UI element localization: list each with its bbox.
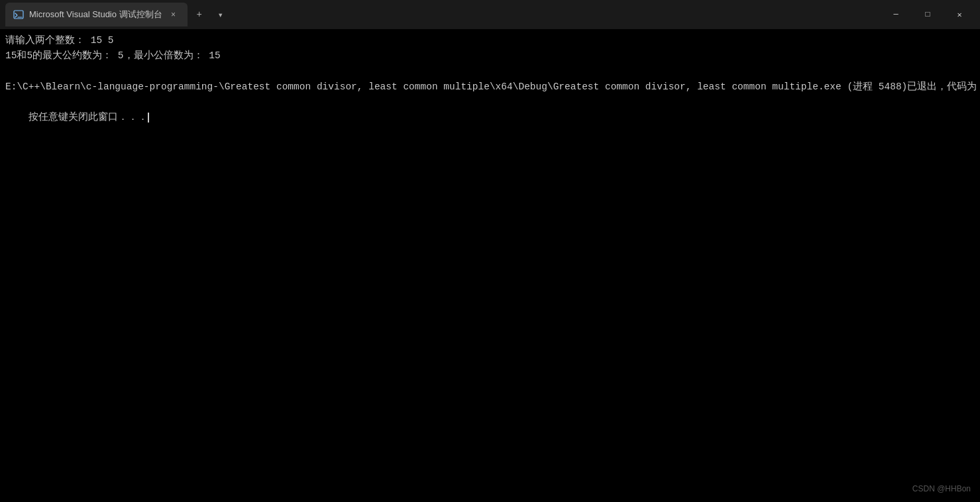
terminal-output: 请输入两个整数： 15 5 15和5的最大公约数为： 5，最小公倍数为： 15 … — [0, 29, 980, 502]
terminal-line-5: 按任意键关闭此窗口．．． — [5, 95, 975, 141]
tab-area: Microsoft Visual Studio 调试控制台 × + ▾ — [5, 0, 881, 29]
tab-label: Microsoft Visual Studio 调试控制台 — [29, 9, 162, 21]
terminal-line-4: E:\C++\Blearn\c-language-programming-\Gr… — [5, 79, 975, 95]
active-tab[interactable]: Microsoft Visual Studio 调试控制台 × — [5, 3, 188, 26]
terminal-line-3 — [5, 64, 975, 79]
terminal-cursor — [148, 113, 149, 123]
maximize-button[interactable]: □ — [912, 4, 943, 25]
watermark: CSDN @HHBon — [912, 483, 971, 495]
new-tab-button[interactable]: + — [190, 5, 209, 24]
terminal-close-prompt: 按任意键关闭此窗口．．． — [28, 112, 148, 123]
terminal-line-2: 15和5的最大公约数为： 5，最小公倍数为： 15 — [5, 48, 975, 64]
titlebar: Microsoft Visual Studio 调试控制台 × + ▾ — □ … — [0, 0, 980, 29]
close-button[interactable]: ✕ — [944, 4, 975, 25]
minimize-button[interactable]: — — [881, 4, 911, 25]
tab-close-button[interactable]: × — [168, 9, 180, 21]
tab-dropdown-button[interactable]: ▾ — [211, 5, 230, 24]
tab-actions: + ▾ — [190, 5, 230, 24]
terminal-line-1: 请输入两个整数： 15 5 — [5, 33, 975, 48]
window-controls: — □ ✕ — [881, 4, 975, 25]
terminal-icon — [13, 9, 24, 20]
